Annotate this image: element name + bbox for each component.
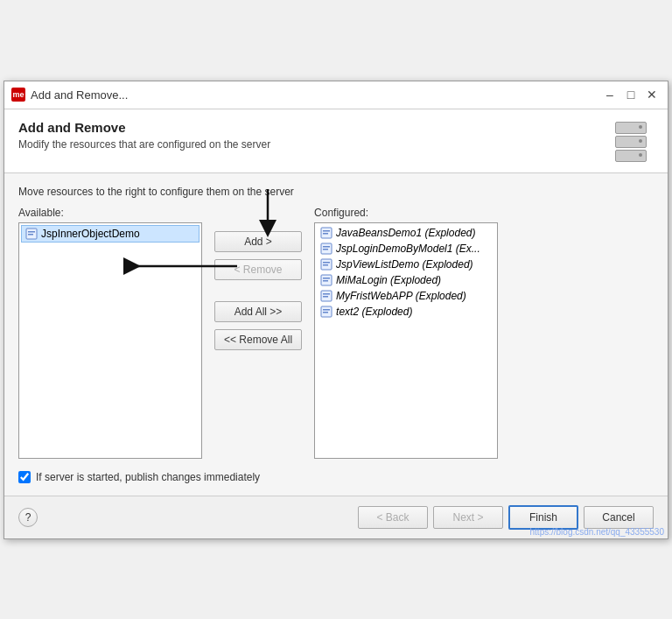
list-item[interactable]: JspLoginDemoByModel1 (Ex... xyxy=(317,241,495,257)
help-button[interactable]: ? xyxy=(18,508,38,527)
middle-area: Add > < Remove Add All >> << Remove All xyxy=(202,207,314,350)
svg-rect-19 xyxy=(323,296,328,298)
configured-list[interactable]: JavaBeansDemo1 (Exploded) JspLoginDemoBy… xyxy=(314,222,498,459)
svg-rect-10 xyxy=(323,249,328,250)
remove-all-button[interactable]: << Remove All xyxy=(214,329,302,350)
svg-rect-12 xyxy=(323,262,330,264)
header-section: Add and Remove Modify the resources that… xyxy=(4,109,668,173)
list-item[interactable]: MyFristWebAPP (Exploded) xyxy=(317,288,495,304)
dialog-subtitle: Modify the resources that are configured… xyxy=(18,138,270,151)
app-icon: me xyxy=(11,88,25,102)
available-item-name: JspInnerObjectDemo xyxy=(41,228,140,240)
svg-rect-13 xyxy=(323,264,328,266)
add-all-button[interactable]: Add All >> xyxy=(214,301,302,322)
content-section: Move resources to the right to configure… xyxy=(4,173,668,496)
configured-panel-group: Configured: JavaBeansDemo1 (Exploded) xyxy=(314,207,498,459)
minimize-button[interactable]: – xyxy=(601,86,619,103)
server-icon xyxy=(615,122,650,160)
list-item[interactable]: text2 (Exploded) xyxy=(317,304,495,320)
panels-wrapper: Available: JspInnerObjectDemo xyxy=(18,207,654,459)
instruction-text: Move resources to the right to configure… xyxy=(18,186,654,198)
remove-button[interactable]: < Remove xyxy=(214,259,302,280)
svg-rect-22 xyxy=(323,312,328,313)
window-controls: – □ ✕ xyxy=(601,86,661,103)
module-icon xyxy=(320,306,332,318)
configured-item-name: MiMaLogin (Exploded) xyxy=(336,274,441,286)
configured-item-name: JspViewListDemo (Exploded) xyxy=(336,258,473,271)
footer-wrapper: ? < Back Next > Finish Cancel https://bl… xyxy=(4,496,668,538)
svg-rect-2 xyxy=(28,234,33,236)
module-icon xyxy=(320,290,332,302)
publish-checkbox-row: If server is started, publish changes im… xyxy=(18,471,654,483)
publish-checkbox-label: If server is started, publish changes im… xyxy=(36,471,260,483)
main-window: me Add and Remove... – □ ✕ Add and Remov… xyxy=(4,81,668,539)
publish-checkbox[interactable] xyxy=(18,471,31,483)
header-text: Add and Remove Modify the resources that… xyxy=(18,120,270,151)
available-list[interactable]: JspInnerObjectDemo xyxy=(18,222,202,459)
available-panel-group: Available: JspInnerObjectDemo xyxy=(18,207,202,459)
header-icon-area xyxy=(612,120,654,162)
svg-rect-1 xyxy=(28,231,35,233)
cancel-button[interactable]: Cancel xyxy=(584,506,654,529)
footer-right: < Back Next > Finish Cancel xyxy=(358,505,654,530)
finish-button[interactable]: Finish xyxy=(508,505,578,530)
close-button[interactable]: ✕ xyxy=(643,86,661,103)
configured-label: Configured: xyxy=(314,207,498,219)
title-bar-left: me Add and Remove... xyxy=(11,88,128,102)
list-item[interactable]: JspInnerObjectDemo xyxy=(21,225,200,243)
available-label: Available: xyxy=(18,207,202,219)
svg-rect-7 xyxy=(323,233,328,235)
svg-rect-21 xyxy=(323,309,330,311)
module-icon xyxy=(320,227,332,239)
next-button[interactable]: Next > xyxy=(433,506,503,529)
list-item[interactable]: JavaBeansDemo1 (Exploded) xyxy=(317,225,495,241)
footer-left: ? xyxy=(18,508,38,527)
configured-item-name: JavaBeansDemo1 (Exploded) xyxy=(336,227,475,239)
svg-rect-15 xyxy=(323,278,330,279)
configured-item-name: text2 (Exploded) xyxy=(336,306,412,318)
configured-item-name: MyFristWebAPP (Exploded) xyxy=(336,290,466,302)
module-icon xyxy=(320,258,332,271)
action-buttons: Add > < Remove Add All >> << Remove All xyxy=(202,207,314,350)
watermark: https://blog.csdn.net/qq_43355530 xyxy=(530,527,664,537)
list-item[interactable]: JspViewListDemo (Exploded) xyxy=(317,257,495,272)
module-icon xyxy=(320,243,332,255)
list-item[interactable]: MiMaLogin (Exploded) xyxy=(317,272,495,288)
configured-item-name: JspLoginDemoByModel1 (Ex... xyxy=(336,243,480,255)
module-icon xyxy=(320,274,332,286)
back-button[interactable]: < Back xyxy=(358,506,428,529)
window-title: Add and Remove... xyxy=(31,88,128,102)
svg-rect-6 xyxy=(323,230,330,232)
svg-rect-18 xyxy=(323,293,330,295)
add-button[interactable]: Add > xyxy=(214,231,302,252)
module-icon xyxy=(25,228,38,240)
title-bar: me Add and Remove... – □ ✕ xyxy=(4,81,668,109)
maximize-button[interactable]: □ xyxy=(622,86,640,103)
svg-rect-9 xyxy=(323,246,330,248)
svg-rect-16 xyxy=(323,280,328,282)
dialog-title: Add and Remove xyxy=(18,120,270,135)
